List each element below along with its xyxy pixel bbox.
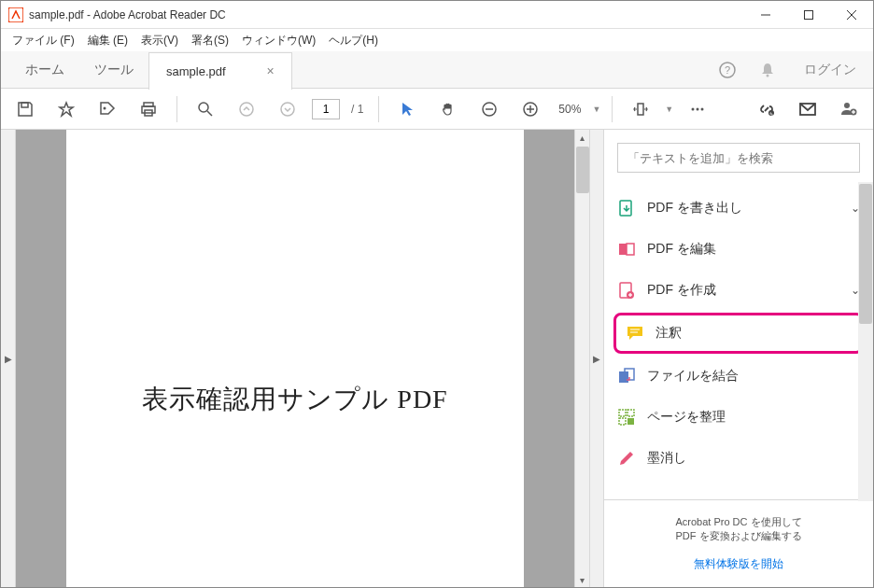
tools-search-input[interactable] xyxy=(617,143,860,173)
minimize-button[interactable] xyxy=(744,1,787,29)
tool-label: PDF を書き出し xyxy=(647,200,742,217)
pointer-icon[interactable] xyxy=(390,92,424,126)
tools-list: PDF を書き出し ⌄ PDF を編集 PDF を作成 ⌄ 注釈 ファイルを結合 xyxy=(604,182,873,499)
tag-icon[interactable] xyxy=(91,92,124,126)
tab-home[interactable]: ホーム xyxy=(10,52,79,88)
create-pdf-icon xyxy=(617,281,636,300)
maximize-button[interactable] xyxy=(787,1,830,29)
more-icon[interactable] xyxy=(681,92,714,126)
scroll-up-icon[interactable]: ▴ xyxy=(580,130,585,145)
pdf-page[interactable]: 表示確認用サンプル PDF xyxy=(66,130,524,587)
svg-point-25 xyxy=(701,107,704,110)
toolbar: / 1 50% ▼ ▼ ✎ xyxy=(1,89,873,130)
hand-icon[interactable] xyxy=(431,92,465,126)
svg-text:✎: ✎ xyxy=(769,111,773,117)
tool-label: ページを整理 xyxy=(647,409,726,426)
svg-point-29 xyxy=(844,103,850,108)
redact-icon xyxy=(617,449,636,468)
tool-label: 注釈 xyxy=(656,325,682,342)
panel-footer: Acrobat Pro DC を使用して PDF を変換および編集する 無料体験… xyxy=(604,499,873,587)
free-trial-link[interactable]: 無料体験版を開始 xyxy=(613,556,864,572)
organize-icon xyxy=(617,408,636,427)
link-icon[interactable]: ✎ xyxy=(750,92,783,126)
svg-rect-46 xyxy=(619,418,626,425)
tools-panel: PDF を書き出し ⌄ PDF を編集 PDF を作成 ⌄ 注釈 ファイルを結合 xyxy=(604,130,873,587)
share-person-icon[interactable] xyxy=(832,92,866,126)
tab-tools[interactable]: ツール xyxy=(79,52,148,88)
menu-view[interactable]: 表示(V) xyxy=(135,31,184,50)
tool-label: PDF を作成 xyxy=(647,282,716,299)
panel-divider[interactable]: ▶ xyxy=(589,130,604,587)
page-down-icon[interactable] xyxy=(271,92,304,126)
fit-dropdown-icon[interactable]: ▼ xyxy=(665,105,673,114)
collapse-right-icon[interactable]: ▶ xyxy=(593,354,600,364)
document-scrollbar[interactable]: ▴ ▾ xyxy=(574,130,589,587)
svg-rect-34 xyxy=(619,244,627,255)
svg-point-13 xyxy=(199,103,208,112)
email-icon[interactable] xyxy=(791,92,825,126)
svg-rect-42 xyxy=(619,371,628,383)
content-area: ▶ 表示確認用サンプル PDF ▴ ▾ ▶ PDF を書き出し ⌄ xyxy=(1,130,873,587)
footer-text-2: PDF を変換および編集する xyxy=(613,529,864,543)
tool-export-pdf[interactable]: PDF を書き出し ⌄ xyxy=(604,188,873,229)
titlebar: sample.pdf - Adobe Acrobat Reader DC xyxy=(1,1,873,29)
svg-point-15 xyxy=(240,103,253,116)
page-number-input[interactable] xyxy=(312,99,340,119)
menu-sign[interactable]: 署名(S) xyxy=(186,31,234,50)
expand-left-icon[interactable]: ▶ xyxy=(5,354,12,364)
svg-rect-2 xyxy=(805,10,813,19)
svg-point-23 xyxy=(692,107,695,110)
tool-label: 墨消し xyxy=(647,450,686,467)
menu-help[interactable]: ヘルプ(H) xyxy=(323,31,384,50)
menu-file[interactable]: ファイル (F) xyxy=(7,31,80,50)
window-title: sample.pdf - Adobe Acrobat Reader DC xyxy=(29,8,744,21)
help-icon[interactable]: ? xyxy=(707,51,748,89)
document-area: 表示確認用サンプル PDF ▴ ▾ xyxy=(16,130,589,587)
page-up-icon[interactable] xyxy=(230,92,263,126)
tool-label: PDF を編集 xyxy=(647,241,716,258)
scroll-thumb[interactable] xyxy=(576,147,589,193)
login-button[interactable]: ログイン xyxy=(787,62,873,78)
svg-point-7 xyxy=(767,74,769,77)
menu-window[interactable]: ウィンドウ(W) xyxy=(236,31,321,50)
fit-width-icon[interactable] xyxy=(624,92,657,126)
panel-scrollbar[interactable] xyxy=(858,182,873,501)
svg-rect-45 xyxy=(627,410,634,416)
zoom-out-icon[interactable] xyxy=(472,92,506,126)
svg-rect-22 xyxy=(638,104,643,115)
acrobat-app-icon xyxy=(8,7,23,22)
tool-combine-files[interactable]: ファイルを結合 xyxy=(604,356,873,397)
save-icon[interactable] xyxy=(8,92,42,126)
svg-point-24 xyxy=(697,107,699,110)
footer-text-1: Acrobat Pro DC を使用して xyxy=(613,515,864,529)
search-icon[interactable] xyxy=(189,92,222,126)
svg-rect-33 xyxy=(620,201,631,216)
tab-close-icon[interactable]: × xyxy=(267,63,275,78)
comment-icon xyxy=(626,324,644,343)
zoom-in-icon[interactable] xyxy=(514,92,547,126)
zoom-level[interactable]: 50% xyxy=(555,103,585,116)
bell-icon[interactable] xyxy=(748,51,787,89)
document-tab[interactable]: sample.pdf × xyxy=(148,52,292,90)
zoom-dropdown-icon[interactable]: ▼ xyxy=(592,105,600,114)
left-nav-rail[interactable]: ▶ xyxy=(1,130,16,587)
star-icon[interactable] xyxy=(49,92,83,126)
scroll-down-icon[interactable]: ▾ xyxy=(580,572,585,587)
print-icon[interactable] xyxy=(132,92,165,126)
combine-icon xyxy=(617,367,636,385)
tool-organize-pages[interactable]: ページを整理 xyxy=(604,397,873,438)
tool-edit-pdf[interactable]: PDF を編集 xyxy=(604,229,873,270)
close-button[interactable] xyxy=(830,1,873,29)
menu-edit[interactable]: 編集 (E) xyxy=(82,31,134,50)
svg-point-16 xyxy=(281,103,294,116)
svg-rect-47 xyxy=(627,418,634,425)
tool-create-pdf[interactable]: PDF を作成 ⌄ xyxy=(604,270,873,311)
panel-scroll-thumb[interactable] xyxy=(859,184,872,324)
svg-point-9 xyxy=(104,106,106,109)
svg-rect-44 xyxy=(619,410,626,416)
tool-label: ファイルを結合 xyxy=(647,368,739,385)
edit-pdf-icon xyxy=(617,240,636,259)
tool-redact[interactable]: 墨消し xyxy=(604,438,873,479)
svg-line-14 xyxy=(207,111,212,116)
tool-comment[interactable]: 注釈 xyxy=(613,313,864,354)
